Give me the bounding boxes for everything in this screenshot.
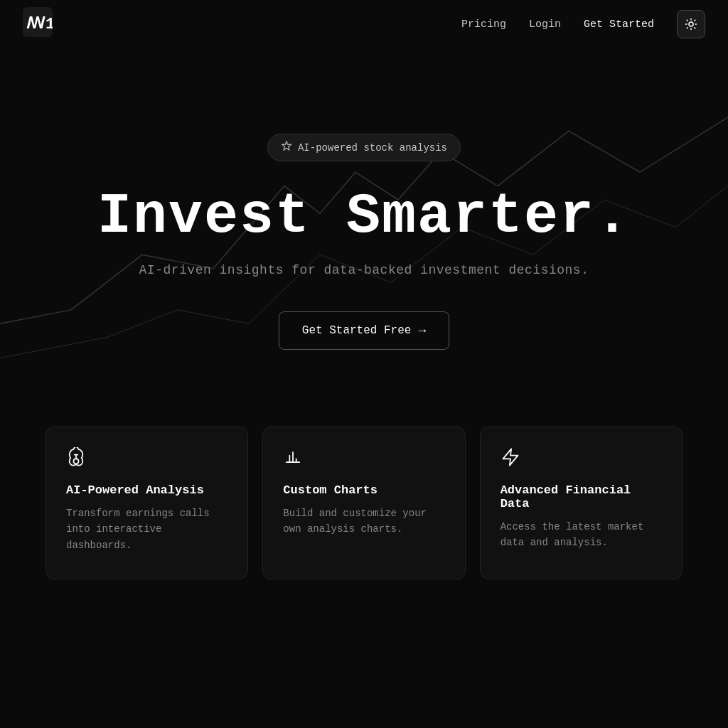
navbar: ꟿ1 Pricing Login Get Started (0, 0, 728, 48)
ai-badge: AI-powered stock analysis (267, 134, 461, 161)
feature-cards: AI-Powered Analysis Transform earnings c… (0, 427, 728, 579)
svg-marker-17 (503, 449, 518, 465)
card-title-charts: Custom Charts (283, 483, 444, 497)
card-desc-financial: Access the latest market data and analys… (500, 519, 662, 551)
hero-subtitle: AI-driven insights for data-backed inves… (139, 263, 589, 277)
card-title-ai: AI-Powered Analysis (66, 483, 228, 497)
feature-card-financial: Advanced Financial Data Access the lates… (480, 427, 682, 579)
nav-links: Pricing Login Get Started (461, 10, 705, 38)
feature-card-ai-analysis: AI-Powered Analysis Transform earnings c… (46, 427, 248, 579)
bar-chart-icon (283, 447, 444, 472)
svg-text:ꟿ1: ꟿ1 (26, 16, 53, 33)
badge-text: AI-powered stock analysis (298, 142, 447, 154)
svg-line-9 (687, 28, 687, 28)
feature-card-charts: Custom Charts Build and customize your o… (262, 427, 465, 579)
nav-login[interactable]: Login (529, 18, 561, 31)
cta-button[interactable]: Get Started Free → (279, 311, 449, 350)
brain-icon (66, 447, 228, 472)
nav-get-started[interactable]: Get Started (584, 18, 654, 31)
bolt-icon (500, 447, 662, 472)
card-desc-ai: Transform earnings calls into interactiv… (66, 505, 228, 553)
svg-point-2 (689, 22, 693, 26)
card-title-financial: Advanced Financial Data (500, 483, 662, 510)
arrow-right-icon: → (418, 323, 426, 338)
sparkle-icon (281, 140, 292, 155)
nav-pricing[interactable]: Pricing (461, 18, 506, 31)
cta-label: Get Started Free (302, 324, 412, 337)
card-desc-charts: Build and customize your own analysis ch… (283, 505, 444, 537)
svg-line-10 (695, 20, 695, 21)
logo[interactable]: ꟿ1 (23, 7, 53, 42)
logo-text: ꟿ1 (23, 7, 53, 42)
hero-section: AI-powered stock analysis Invest Smarter… (0, 48, 728, 392)
theme-toggle-button[interactable] (677, 10, 705, 38)
svg-line-5 (687, 20, 687, 21)
svg-line-6 (695, 28, 695, 28)
hero-title: Invest Smarter. (97, 184, 631, 249)
